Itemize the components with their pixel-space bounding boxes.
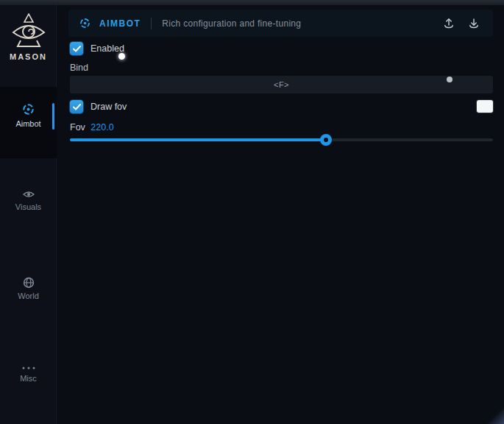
fov-slider-fill xyxy=(70,138,326,141)
section-title: AIMBOT xyxy=(99,18,141,29)
upload-config-button[interactable] xyxy=(440,15,458,32)
crosshair-icon xyxy=(0,102,57,116)
mouse-cursor-dot xyxy=(118,53,125,60)
corner-glow xyxy=(482,406,504,424)
fov-slider[interactable] xyxy=(70,137,493,143)
enabled-checkbox[interactable] xyxy=(70,42,83,55)
draw-fov-label: Draw fov xyxy=(90,102,127,112)
fov-value: 220.0 xyxy=(90,122,113,132)
bind-key-value: <F> xyxy=(274,80,289,89)
app-logo: MASON xyxy=(0,13,57,61)
section-header: AIMBOT Rich configuration and fine-tunin… xyxy=(68,10,493,37)
fov-color-swatch[interactable] xyxy=(477,100,493,113)
eye-pyramid-icon xyxy=(0,13,57,50)
sidebar-item-label: Aimbot xyxy=(0,119,57,128)
sidebar-item-label: Misc xyxy=(0,374,57,383)
sidebar-item-label: Visuals xyxy=(0,202,57,211)
globe-icon xyxy=(0,277,57,289)
drag-cursor-dot xyxy=(447,77,452,82)
download-config-button[interactable] xyxy=(465,15,483,32)
sidebar-item-label: World xyxy=(0,292,57,300)
check-icon xyxy=(73,46,81,52)
check-icon xyxy=(73,104,81,110)
sidebar-item-aimbot[interactable]: Aimbot xyxy=(0,102,57,128)
ellipsis-icon xyxy=(0,365,57,371)
sidebar-item-world[interactable]: World xyxy=(0,277,57,300)
upload-icon xyxy=(443,18,455,29)
fov-slider-thumb[interactable] xyxy=(320,134,332,146)
download-icon xyxy=(468,18,480,29)
section-subtitle: Rich configuration and fine-tuning xyxy=(162,18,301,29)
crosshair-icon xyxy=(79,17,91,29)
app-name: MASON xyxy=(0,52,57,61)
draw-fov-checkbox[interactable] xyxy=(70,100,83,113)
window-top-strip xyxy=(0,0,504,5)
sidebar-item-misc[interactable]: Misc xyxy=(0,365,57,383)
sidebar: MASON Aimbot Visuals Worl xyxy=(0,0,57,424)
sidebar-item-visuals[interactable]: Visuals xyxy=(0,189,57,211)
bind-key-field[interactable]: <F> xyxy=(70,76,493,93)
header-divider xyxy=(151,18,152,29)
enabled-label: Enabled xyxy=(90,43,124,54)
fov-value-line: Fov 220.0 xyxy=(70,122,114,132)
main-content: AIMBOT Rich configuration and fine-tunin… xyxy=(57,0,504,424)
bind-label: Bind xyxy=(70,63,88,73)
fov-label: Fov xyxy=(70,122,85,132)
eye-icon xyxy=(0,189,57,199)
